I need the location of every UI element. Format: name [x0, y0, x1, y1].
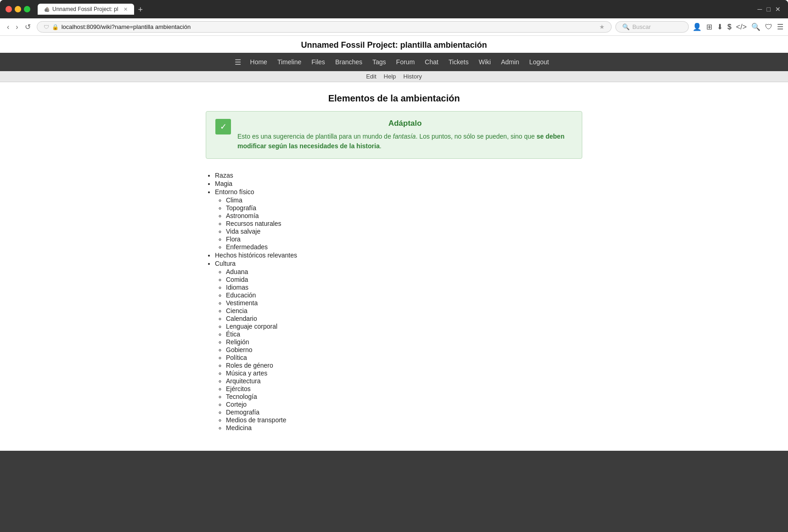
toolbar-right-icons: 👤 ⊞ ⬇ $ </> 🔍 🛡 ☰ — [692, 22, 783, 31]
site-title: Unnamed Fossil Project: plantilla ambien… — [0, 36, 788, 53]
tab-close-btn[interactable]: ✕ — [124, 6, 128, 12]
nav-branches[interactable]: Branches — [331, 56, 367, 67]
page-title: Elementos de la ambientación — [0, 82, 788, 111]
list-item-musica: Música y artes — [226, 370, 582, 377]
list-item-tecnologia: Tecnología — [226, 393, 582, 400]
hamburger-icon[interactable]: ☰ — [235, 58, 241, 67]
shield-icon: 🛡 — [44, 24, 49, 30]
list-item-magia: Magia — [215, 180, 582, 187]
nav-tickets[interactable]: Tickets — [444, 56, 473, 67]
list-item-clima: Clima — [226, 196, 582, 204]
list-item-religion: Religión — [226, 338, 582, 346]
nav-chat[interactable]: Chat — [420, 56, 443, 67]
subnav-history[interactable]: History — [403, 73, 422, 80]
search-placeholder: Buscar — [632, 23, 651, 30]
maximize-btn[interactable] — [24, 6, 30, 12]
list-item-lenguaje: Lenguaje corporal — [226, 323, 582, 330]
code-icon[interactable]: </> — [736, 23, 747, 31]
adapt-body: Esto es una sugerencia de plantilla para… — [237, 132, 573, 151]
url-display[interactable]: localhost:8090/wiki?name=plantilla ambie… — [62, 23, 597, 30]
sub-nav: Edit Help History — [0, 71, 788, 82]
nav-inner: ☰ Home Timeline Files Branches Tags Foru… — [235, 56, 554, 67]
forward-button[interactable]: › — [13, 22, 20, 32]
browser-titlebar: 🪨 Unnamed Fossil Project: pl ✕ + ─ □ ✕ — [0, 0, 788, 18]
window-minimize-icon[interactable]: ─ — [758, 6, 762, 13]
list-item-etica: Ética — [226, 330, 582, 338]
cultura-sublist: Aduana Comida Idiomas Educación Vestimen… — [215, 268, 582, 431]
list-item-cultura: Cultura Aduana Comida Idiomas Educación … — [215, 260, 582, 431]
nav-files[interactable]: Files — [307, 56, 330, 67]
menu-icon[interactable]: ☰ — [777, 22, 783, 31]
window-maximize-icon[interactable]: □ — [767, 6, 771, 13]
nav-wiki[interactable]: Wiki — [474, 56, 495, 67]
active-tab[interactable]: 🪨 Unnamed Fossil Project: pl ✕ — [38, 4, 134, 15]
close-btn[interactable] — [6, 6, 12, 12]
nav-arrows: ‹ › ↺ — [5, 22, 33, 32]
list-item-ciencia: Ciencia — [226, 307, 582, 314]
window-close-icon[interactable]: ✕ — [775, 6, 781, 13]
subnav-edit[interactable]: Edit — [366, 73, 376, 80]
list-item-demografia: Demografía — [226, 409, 582, 416]
extensions-icon[interactable]: ⊞ — [706, 22, 712, 31]
search-bar[interactable]: 🔍 Buscar — [615, 21, 689, 33]
list-item-medios: Medios de transporte — [226, 416, 582, 424]
main-nav: ☰ Home Timeline Files Branches Tags Foru… — [0, 53, 788, 71]
list-item-flora: Flora — [226, 235, 582, 243]
browser-controls — [6, 6, 30, 12]
list-item-gobierno: Gobierno — [226, 346, 582, 353]
browser-frame: 🪨 Unnamed Fossil Project: pl ✕ + ─ □ ✕ ‹… — [0, 0, 788, 532]
search-icon: 🔍 — [622, 23, 630, 30]
adapt-body-mid: . Los puntos, no sólo se pueden, sino qu… — [416, 133, 536, 140]
list-item-recursos: Recursos naturales — [226, 220, 582, 227]
list-item-medicina: Medicina — [226, 424, 582, 431]
tab-favicon: 🪨 — [44, 7, 50, 12]
adapt-body-plain: Esto es una sugerencia de plantilla para… — [237, 133, 393, 140]
page-content: Unnamed Fossil Project: plantilla ambien… — [0, 36, 788, 451]
address-bar[interactable]: 🛡 🔒 localhost:8090/wiki?name=plantilla a… — [37, 21, 612, 33]
list-item-idiomas: Idiomas — [226, 284, 582, 291]
profile-icon[interactable]: 👤 — [692, 22, 702, 31]
search2-icon[interactable]: 🔍 — [751, 22, 760, 31]
nav-tags[interactable]: Tags — [368, 56, 391, 67]
list-item-politica: Política — [226, 354, 582, 361]
list-item-enfermedades: Enfermedades — [226, 243, 582, 251]
browser-toolbar: ‹ › ↺ 🛡 🔒 localhost:8090/wiki?name=plant… — [0, 18, 788, 36]
list-item-educacion: Educación — [226, 291, 582, 299]
adapt-box: ✓ Adáptalo Esto es una sugerencia de pla… — [206, 111, 582, 159]
minimize-btn[interactable] — [15, 6, 21, 12]
entorno-sublist: Clima Topografía Astronomía Recursos nat… — [215, 196, 582, 251]
nav-forum[interactable]: Forum — [392, 56, 419, 67]
list-item-ejercitos: Ejércitos — [226, 385, 582, 392]
adapt-italic: fantasía — [393, 133, 416, 140]
lock-icon: 🔒 — [52, 24, 59, 30]
list-item-topografia: Topografía — [226, 204, 582, 212]
adapt-body-end: . — [380, 142, 382, 150]
list-item-astronomia: Astronomía — [226, 212, 582, 219]
site-title-text: Unnamed Fossil Project: plantilla ambien… — [301, 40, 487, 50]
subnav-help[interactable]: Help — [384, 73, 396, 80]
nav-timeline[interactable]: Timeline — [273, 56, 306, 67]
reload-button[interactable]: ↺ — [23, 22, 33, 32]
download-icon[interactable]: ⬇ — [717, 22, 723, 31]
bookmark-icon[interactable]: ★ — [599, 23, 605, 30]
list-item-cortejo: Cortejo — [226, 401, 582, 408]
dollar-icon[interactable]: $ — [727, 23, 732, 31]
list-item-comida: Comida — [226, 276, 582, 283]
nav-home[interactable]: Home — [246, 56, 272, 67]
main-content: ✓ Adáptalo Esto es una sugerencia de pla… — [187, 111, 601, 451]
browser-tabs: 🪨 Unnamed Fossil Project: pl ✕ + — [38, 4, 146, 15]
nav-logout[interactable]: Logout — [525, 56, 554, 67]
new-tab-button[interactable]: + — [134, 5, 146, 15]
nav-admin[interactable]: Admin — [496, 56, 524, 67]
shield2-icon[interactable]: 🛡 — [765, 23, 772, 31]
list-item-razas: Razas — [215, 172, 582, 179]
list-item-vida-salvaje: Vida salvaje — [226, 228, 582, 235]
list-item-hechos: Hechos históricos relevantes — [215, 252, 582, 259]
list-item-roles: Roles de género — [226, 362, 582, 369]
content-list: Razas Magia Entorno físico Clima Topogra… — [206, 172, 582, 431]
adapt-title: Adáptalo — [237, 119, 573, 128]
back-button[interactable]: ‹ — [5, 22, 11, 32]
list-item-aduana: Aduana — [226, 268, 582, 275]
adapt-text-block: Adáptalo Esto es una sugerencia de plant… — [237, 119, 573, 151]
list-item-arquitectura: Arquitectura — [226, 377, 582, 385]
